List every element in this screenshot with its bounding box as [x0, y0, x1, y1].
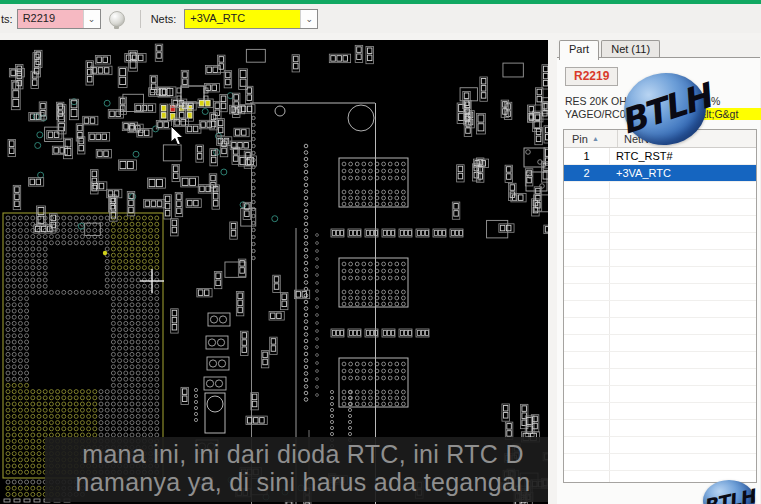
panel-tabs: Part Net (11): [559, 40, 662, 57]
boardviewer-window: ts: R2219 ⌄ Nets: +3VA_RTC ⌄ mana ini, i…: [0, 0, 761, 504]
table-empty-row: [564, 420, 756, 437]
chevron-down-icon[interactable]: ⌄: [300, 10, 317, 28]
table-row[interactable]: 2+3VA_RTC: [564, 165, 756, 182]
pin-table: Pin ▲ NetName 1RTC_RST#2+3VA_RTC: [563, 129, 757, 483]
table-empty-row: [564, 301, 756, 318]
table-row[interactable]: 1RTC_RST#: [564, 148, 756, 165]
parts-combobox[interactable]: R2219 ⌄: [17, 9, 101, 29]
table-empty-row: [564, 318, 756, 335]
table-empty-row: [564, 454, 756, 471]
logo-text: BTLH: [702, 484, 757, 504]
table-empty-row: [564, 437, 756, 454]
toolbar-separator: [140, 10, 141, 28]
pcb-canvas[interactable]: [0, 40, 548, 504]
parts-combobox-value: R2219: [18, 10, 83, 27]
table-empty-row: [564, 335, 756, 352]
subtitle-line2: namanya ya, di sini harus ada tegangan: [53, 468, 548, 496]
pin-table-body: 1RTC_RST#2+3VA_RTC: [564, 148, 756, 483]
table-empty-row: [564, 216, 756, 233]
nets-combobox-value: +3VA_RTC: [185, 10, 300, 27]
nets-combobox[interactable]: +3VA_RTC ⌄: [184, 9, 318, 29]
table-empty-row: [564, 369, 756, 386]
table-empty-row: [564, 233, 756, 250]
netname-cell: +3VA_RTC: [610, 165, 756, 181]
pin-cell: 1: [564, 148, 610, 164]
tab-net[interactable]: Net (11): [601, 40, 660, 57]
parts-label: ts:: [1, 13, 13, 25]
table-empty-row: [564, 182, 756, 199]
chevron-down-icon[interactable]: ⌄: [83, 10, 100, 28]
crosshair-marker: [140, 269, 164, 293]
table-empty-row: [564, 284, 756, 301]
table-empty-row: [564, 267, 756, 284]
nets-label: Nets:: [151, 13, 177, 25]
subtitle-overlay: mana ini, ini dari dioda RTC, ini RTC D …: [45, 437, 548, 502]
table-empty-row: [564, 386, 756, 403]
selected-part-badge[interactable]: R2219: [565, 67, 618, 86]
highlighted-pin-dot: [103, 251, 107, 255]
mouse-cursor: [170, 125, 186, 147]
pin-cell: 2: [564, 165, 610, 181]
subtitle-line1: mana ini, ini dari dioda RTC, ini RTC D: [53, 440, 548, 468]
memory-chip-outline: [339, 258, 408, 307]
tab-part[interactable]: Part: [559, 40, 599, 60]
table-empty-row: [564, 352, 756, 369]
column-header-pin[interactable]: Pin ▲: [564, 130, 618, 147]
sort-asc-icon: ▲: [592, 135, 599, 142]
main-area: mana ini, ini dari dioda RTC, ini RTC D …: [0, 33, 761, 504]
memory-chip-outline: [339, 358, 408, 407]
memory-chip-outline: [339, 158, 408, 207]
table-empty-row: [564, 403, 756, 420]
table-empty-row: [564, 250, 756, 267]
netname-cell: RTC_RST#: [610, 148, 756, 164]
table-empty-row: [564, 199, 756, 216]
lightbulb-icon[interactable]: [109, 11, 125, 27]
pcb-viewport[interactable]: mana ini, ini dari dioda RTC, ini RTC D …: [0, 40, 548, 504]
toolbar: ts: R2219 ⌄ Nets: +3VA_RTC ⌄: [0, 4, 761, 34]
